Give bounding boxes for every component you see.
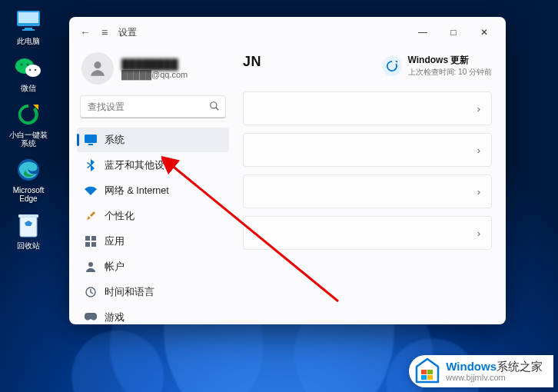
sidebar-item-label: 应用 [105,235,125,248]
wechat-icon [14,53,43,82]
desktop-icon-label: 小白一键装系统 [8,131,49,148]
svg-rect-29 [427,375,433,380]
search-icon [209,101,220,114]
recycle-bin-icon [14,211,43,240]
sidebar-item-bluetooth[interactable]: 蓝牙和其他设备 [77,153,229,178]
chevron-right-icon: › [477,186,480,198]
settings-card[interactable]: › [243,91,492,125]
svg-line-15 [216,108,219,111]
desktop-icon-label: Microsoft Edge [8,186,49,203]
hamburger-icon[interactable]: ≡ [101,26,108,38]
content-pane: JN Windows 更新 上次检查时间: 10 分钟前 › [237,48,506,324]
svg-rect-28 [421,375,427,380]
wifi-icon [85,184,97,197]
search-input[interactable] [80,95,226,118]
sidebar-item-time[interactable]: 时间和语言 [77,280,229,304]
bluetooth-icon [85,159,97,171]
svg-point-7 [27,64,29,66]
svg-rect-11 [20,217,37,237]
svg-rect-20 [85,242,90,247]
windows-update-tile[interactable]: Windows 更新 上次检查时间: 10 分钟前 [382,54,492,78]
sidebar-item-label: 网络 & Internet [105,184,169,198]
chevron-right-icon: › [477,145,480,156]
update-title: Windows 更新 [408,54,492,67]
sidebar-item-gaming[interactable]: 游戏 [77,305,229,324]
maximize-button[interactable]: □ [438,20,469,45]
sidebar: ████████ █████@qq.com 系统 [69,48,237,324]
sidebar-item-label: 个性化 [105,210,135,223]
svg-point-9 [35,69,37,71]
desktop-icon-label: 此电脑 [8,37,49,45]
brush-icon [85,210,97,222]
settings-card[interactable]: › [243,133,492,167]
svg-point-5 [25,65,41,77]
sidebar-item-label: 时间和语言 [105,286,154,299]
account-email: █████@qq.com [121,70,188,79]
svg-rect-26 [421,370,427,374]
desktop-icon-recycle[interactable]: 回收站 [8,211,49,250]
settings-window: ← ≡ 设置 — □ ✕ ████████ █████@qq.com [69,17,506,324]
watermark-url: www.bjjmlv.com [446,373,543,383]
svg-rect-1 [18,12,38,23]
system-icon [85,134,97,146]
monitor-icon [14,6,43,35]
svg-rect-2 [25,28,32,29]
settings-card[interactable]: › [243,216,492,250]
svg-point-6 [21,64,23,66]
svg-point-8 [29,69,32,71]
apps-icon [85,235,97,247]
chevron-right-icon: › [477,103,480,115]
sidebar-item-label: 游戏 [105,311,125,324]
svg-point-14 [211,102,217,108]
watermark: Windows系统之家 www.bjjmlv.com [409,355,553,387]
account-block[interactable]: ████████ █████@qq.com [77,48,229,95]
account-name: ████████ [121,58,188,70]
svg-rect-3 [22,29,35,31]
clock-icon [85,286,97,298]
svg-rect-17 [88,144,93,145]
watermark-title: Windows系统之家 [446,360,543,373]
svg-rect-27 [427,370,433,374]
svg-point-13 [94,61,101,68]
desktop: 此电脑 微信 小白一键装系统 Microsoft Edge 回收站 [0,0,558,392]
sidebar-item-personalize[interactable]: 个性化 [77,204,229,228]
sidebar-item-network[interactable]: 网络 & Internet [77,178,229,203]
svg-point-22 [88,262,93,267]
titlebar[interactable]: ← ≡ 设置 — □ ✕ [69,17,506,48]
desktop-icon-edge[interactable]: Microsoft Edge [8,155,49,203]
settings-card[interactable]: › [243,174,492,208]
desktop-icon-label: 回收站 [8,241,49,250]
reinstall-icon [14,100,43,129]
edge-icon [14,155,43,184]
sidebar-nav: 系统 蓝牙和其他设备 网络 & Internet 个性化 [77,128,229,324]
sidebar-item-label: 系统 [105,134,125,147]
desktop-icon-label: 微信 [8,84,49,92]
desktop-icon-xiaobai[interactable]: 小白一键装系统 [8,100,49,148]
close-button[interactable]: ✕ [469,20,500,45]
sidebar-item-system[interactable]: 系统 [77,128,229,152]
gaming-icon [85,311,97,324]
sidebar-item-accounts[interactable]: 帐户 [77,254,229,279]
search-box[interactable] [80,95,226,118]
avatar-icon [81,52,114,85]
desktop-icons: 此电脑 微信 小白一键装系统 Microsoft Edge 回收站 [8,6,54,257]
minimize-button[interactable]: — [407,20,438,45]
chevron-right-icon: › [477,228,480,239]
svg-rect-16 [85,135,97,143]
sidebar-item-label: 蓝牙和其他设备 [105,159,174,172]
svg-rect-19 [91,236,96,241]
window-title: 设置 [118,26,137,39]
svg-rect-12 [18,214,38,218]
sidebar-item-label: 帐户 [105,261,125,274]
update-icon [382,56,402,76]
sidebar-item-apps[interactable]: 应用 [77,229,229,254]
page-title: JN [243,54,261,70]
update-subtitle: 上次检查时间: 10 分钟前 [408,67,492,78]
desktop-icon-this-pc[interactable]: 此电脑 [8,6,49,45]
desktop-icon-wechat[interactable]: 微信 [8,53,49,92]
svg-rect-21 [91,242,96,247]
svg-rect-18 [85,236,90,241]
person-icon [85,261,97,273]
back-button[interactable]: ← [80,26,91,38]
watermark-logo-icon [412,356,443,387]
